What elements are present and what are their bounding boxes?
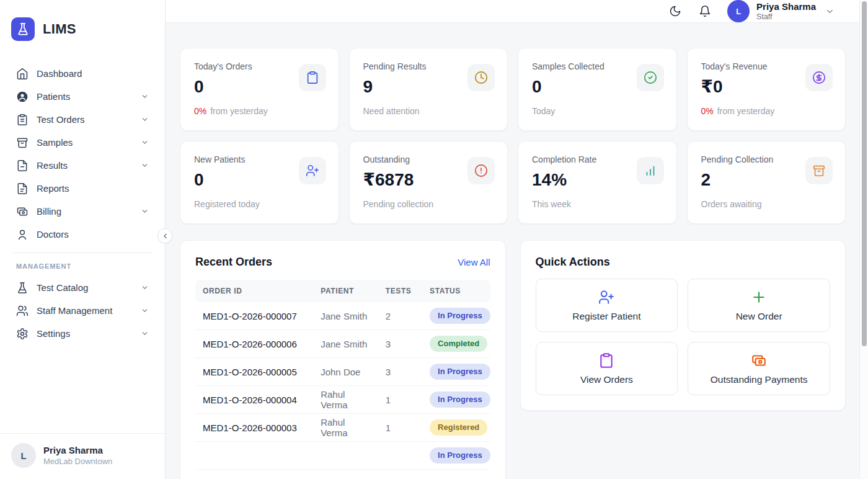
dollar-circle-icon [805,64,833,91]
user-menu[interactable]: L Priya Sharma Staff [727,0,835,22]
table-row-partial[interactable]: In Progress [195,442,490,470]
bar-chart-icon [637,157,664,184]
avatar: L [727,0,750,22]
stat-subtext: Today [532,106,663,116]
clipboard-icon [598,352,614,369]
sidebar-item-dashboard[interactable]: Dashboard [7,62,157,85]
sidebar-item-settings[interactable]: Settings [7,322,157,345]
column-header-order-id: Order ID [195,287,313,295]
register-patient-button[interactable]: Register Patient [536,279,678,332]
sidebar-section-management: Management [7,260,157,276]
tests-count: 1 [378,423,422,433]
report-file-icon [16,182,29,195]
tests-count: 3 [378,339,422,349]
archive-box-icon [16,137,29,149]
tests-count: 1 [378,395,422,405]
scrollbar-thumb[interactable] [862,1,867,346]
stat-subtext: Pending collection [363,199,494,209]
sidebar-item-billing[interactable]: Billing [7,200,157,223]
bell-icon [699,5,711,17]
status-badge: In Progress [430,447,490,463]
stat-subtext: Registered today [194,199,325,209]
new-order-button[interactable]: New Order [688,279,830,332]
tests-count: 2 [378,311,422,321]
view-orders-button[interactable]: View Orders [536,342,678,395]
chevron-down-icon [141,284,149,292]
check-circle-icon [637,64,664,91]
chevron-left-icon [161,232,169,240]
notifications-button[interactable] [698,4,712,19]
sidebar-item-staff-management[interactable]: Staff Management [7,299,157,322]
patient-name: Jane Smith [313,311,378,321]
stat-card-todays-orders: Today's Orders 0 0%from yesterday [180,48,339,131]
status-badge: In Progress [430,392,490,408]
view-all-link[interactable]: View All [458,257,490,267]
sidebar-item-samples[interactable]: Samples [7,131,157,154]
order-id: MED1-O-2026-000003 [195,423,313,433]
stat-subtext: Orders awaiting [701,199,832,209]
stat-subtext: 0%from yesterday [701,106,832,116]
wallet-icon [16,205,29,218]
table-row[interactable]: MED1-O-2026-000004 Rahul Verma 1 In Prog… [195,386,490,414]
chevron-down-icon [141,92,149,101]
table-row[interactable]: MED1-O-2026-000006 Jane Smith 3 Complete… [195,330,490,358]
sidebar-item-results[interactable]: Results [7,154,157,177]
tests-count: 3 [378,367,422,377]
sidebar-item-label: Billing [37,206,61,217]
column-header-status: Status [422,287,490,295]
stat-card-pending-collection: Pending Collection 2 Orders awaiting [687,141,846,224]
chevron-down-icon [141,207,149,215]
cash-icon [751,352,767,369]
recent-orders-panel: Recent Orders View All Order ID Patient … [180,240,506,479]
topbar: L Priya Sharma Staff [166,0,868,23]
brand-name: LIMS [43,21,76,37]
sidebar-user-card[interactable]: L Priya Sharma MedLab Downtown [0,433,165,479]
chevron-down-icon [141,161,149,169]
sidebar-collapse-button[interactable] [157,228,172,243]
sidebar-item-label: Dashboard [37,68,82,79]
sidebar-item-reports[interactable]: Reports [7,177,157,200]
status-badge: In Progress [430,364,490,380]
clipboard-list-icon [16,114,29,126]
table-row[interactable]: MED1-O-2026-000005 John Doe 3 In Progres… [195,358,490,386]
stat-card-todays-revenue: Today's Revenue ₹0 0%from yesterday [687,48,846,131]
status-badge: In Progress [430,308,490,324]
outstanding-payments-button[interactable]: Outstanding Payments [688,342,830,395]
sidebar-item-test-catalog[interactable]: Test Catalog [7,276,157,299]
status-badge: Completed [430,336,487,352]
doctor-user-icon [16,228,29,241]
column-header-tests: Tests [378,287,422,295]
sidebar-item-label: Reports [37,183,69,194]
status-badge: Registered [430,419,487,436]
orders-table-header: Order ID Patient Tests Status [195,280,490,302]
sidebar-item-test-orders[interactable]: Test Orders [7,108,157,131]
alert-circle-icon [467,157,495,184]
users-icon [16,305,29,317]
plus-icon [751,289,767,305]
sidebar-nav: Dashboard Patients Test Orders Samples R… [7,62,157,345]
user-role: Staff [756,12,816,21]
dashboard-content: Today's Orders 0 0%from yesterday Pendin… [166,23,868,479]
stat-subtext: 0%from yesterday [194,106,325,116]
sidebar-item-label: Test Orders [37,114,85,125]
user-name: Priya Sharma [43,445,112,455]
scrollbar[interactable] [859,0,868,479]
dark-mode-toggle[interactable] [668,4,683,19]
chevron-down-icon [141,307,149,315]
stats-grid: Today's Orders 0 0%from yesterday Pendin… [180,48,846,224]
order-id: MED1-O-2026-000006 [195,339,313,349]
sidebar-item-doctors[interactable]: Doctors [7,223,157,246]
patient-name: Jane Smith [313,339,378,349]
sidebar-item-patients[interactable]: Patients [7,85,157,108]
moon-icon [669,5,681,17]
table-row[interactable]: MED1-O-2026-000003 Rahul Verma 1 Registe… [195,414,490,442]
order-id: MED1-O-2026-000005 [195,367,313,377]
quick-actions-panel: Quick Actions Register Patient New Order… [520,240,846,411]
action-label: View Orders [580,374,633,385]
user-name: Priya Sharma [756,1,816,12]
clock-icon [467,64,495,91]
stat-delta: 0% [194,106,206,116]
table-row[interactable]: MED1-O-2026-000007 Jane Smith 2 In Progr… [195,302,490,330]
stat-card-completion-rate: Completion Rate 14% This week [518,141,677,224]
action-label: New Order [736,311,782,322]
